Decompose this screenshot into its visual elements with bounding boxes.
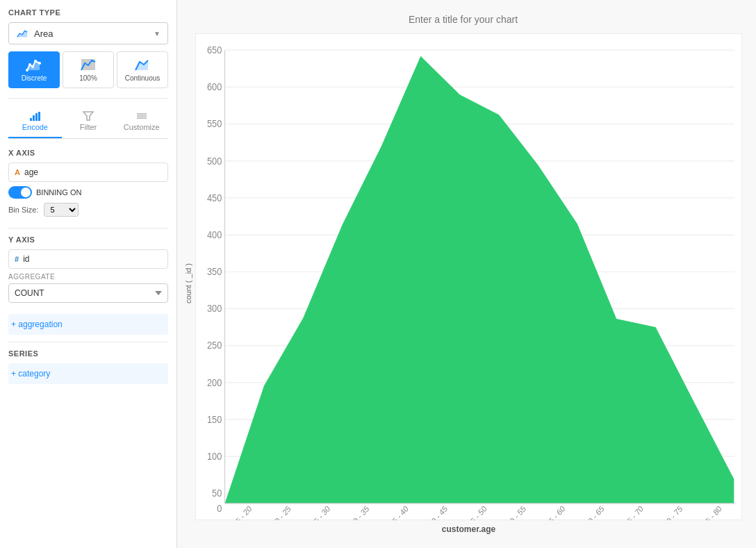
svg-text:100: 100 <box>207 451 222 462</box>
tab-encode-label: Encode <box>22 123 48 131</box>
chart-type-section: Chart Type Area ▼ <box>8 8 168 88</box>
add-series-button[interactable]: + category <box>8 363 168 384</box>
chevron-down-icon: ▼ <box>154 30 161 38</box>
filter-icon <box>83 111 94 121</box>
svg-point-4 <box>31 65 34 68</box>
y-axis-section: Y Axis # id AGGREGATE COUNT SUM AVG MIN … <box>8 235 168 303</box>
encode-icon <box>29 111 40 121</box>
svg-text:400: 400 <box>207 229 222 240</box>
chart-style-buttons: Discrete 100% Continuous <box>8 51 168 88</box>
bin-size-select[interactable]: 5 10 15 <box>44 203 79 217</box>
style-discrete-button[interactable]: Discrete <box>8 51 60 88</box>
binning-toggle[interactable] <box>8 186 32 199</box>
chart-type-value: Area <box>34 28 53 39</box>
y-axis-chart-label: count ( _id ) <box>184 263 192 304</box>
customize-icon <box>136 111 147 121</box>
aggregate-label: AGGREGATE <box>8 273 168 281</box>
series-section: Series + category <box>8 349 168 384</box>
svg-text:200: 200 <box>207 377 222 388</box>
svg-point-6 <box>38 62 41 65</box>
svg-text:450: 450 <box>207 192 222 204</box>
continuous-label: Continuous <box>125 74 161 82</box>
100pct-label: 100% <box>79 74 97 82</box>
x-axis-section: X Axis A age BINNING ON Bin Size: 5 10 1… <box>8 149 168 217</box>
binning-label: BINNING ON <box>36 188 81 197</box>
x-field-type-badge: A <box>15 168 20 176</box>
chart-wrapper: count ( _id ) <box>184 33 742 534</box>
svg-rect-9 <box>30 118 32 121</box>
chart-inner: 650 600 550 500 450 400 350 300 250 200 … <box>195 33 742 534</box>
svg-rect-11 <box>35 113 38 121</box>
y-field-name: id <box>23 254 29 264</box>
series-label: Series <box>8 349 168 358</box>
style-100pct-button[interactable]: 100% <box>63 51 114 88</box>
svg-text:250: 250 <box>207 340 222 351</box>
svg-text:0: 0 <box>217 503 222 514</box>
svg-text:50: 50 <box>212 488 222 499</box>
y-axis-label: Y Axis <box>8 235 168 244</box>
discrete-label: Discrete <box>22 74 47 82</box>
sidebar: Chart Type Area ▼ <box>0 0 177 548</box>
svg-text:650: 650 <box>207 44 222 56</box>
chart-svg-container: 650 600 550 500 450 400 350 300 250 200 … <box>195 33 742 520</box>
y-axis-field[interactable]: # id <box>8 249 168 269</box>
bin-size-row: Bin Size: 5 10 15 <box>8 203 168 217</box>
svg-marker-13 <box>83 112 93 120</box>
tab-customize[interactable]: Customize <box>115 106 168 138</box>
x-field-name: age <box>24 167 38 177</box>
svg-text:300: 300 <box>207 304 222 315</box>
svg-point-2 <box>26 69 28 72</box>
x-axis-chart-label: customer.age <box>195 524 742 534</box>
area-chart-icon <box>16 27 28 40</box>
tab-customize-label: Customize <box>124 123 160 131</box>
y-field-type-badge: # <box>15 255 19 263</box>
svg-text:350: 350 <box>207 266 222 277</box>
chart-title-input[interactable] <box>184 14 742 25</box>
tab-encode[interactable]: Encode <box>8 106 62 138</box>
x-axis-field[interactable]: A age <box>8 163 168 182</box>
svg-text:600: 600 <box>207 81 222 92</box>
tab-filter[interactable]: Filter <box>62 106 115 138</box>
chart-type-label: Chart Type <box>8 8 168 17</box>
style-continuous-button[interactable]: Continuous <box>117 51 168 88</box>
discrete-icon <box>26 58 42 72</box>
100pct-icon <box>80 58 97 72</box>
svg-point-3 <box>28 63 31 66</box>
main-chart-svg: 650 600 550 500 450 400 350 300 250 200 … <box>195 33 742 520</box>
aggregate-select[interactable]: COUNT SUM AVG MIN MAX <box>8 283 168 303</box>
encode-tabs: Encode Filter Customize <box>8 106 168 139</box>
chart-area: count ( _id ) <box>177 0 756 548</box>
bin-size-label: Bin Size: <box>8 206 38 214</box>
chart-type-dropdown[interactable]: Area ▼ <box>8 22 168 44</box>
svg-text:500: 500 <box>207 156 222 167</box>
svg-text:150: 150 <box>207 414 222 425</box>
continuous-icon <box>134 58 151 72</box>
add-aggregation-button[interactable]: + aggregation <box>8 314 168 335</box>
svg-rect-12 <box>38 112 40 121</box>
binning-row: BINNING ON <box>8 186 168 199</box>
svg-point-5 <box>34 60 37 63</box>
tab-filter-label: Filter <box>80 123 97 131</box>
svg-rect-10 <box>33 115 35 121</box>
svg-text:550: 550 <box>207 119 222 130</box>
x-axis-label: X Axis <box>8 149 168 157</box>
